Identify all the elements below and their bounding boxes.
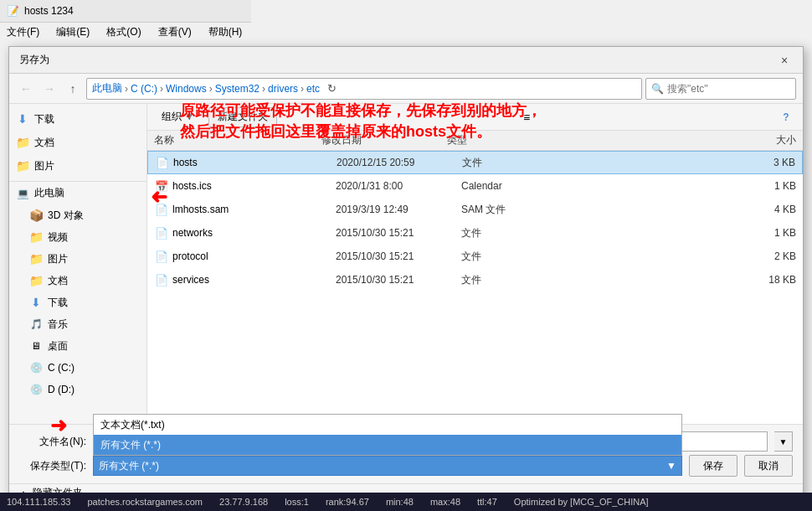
chevron-down-icon: ▼: [666, 460, 676, 472]
file-row-lmhosts[interactable]: 📄 lmhosts.sam 2019/3/19 12:49 SAM 文件 4 K…: [147, 198, 803, 221]
menu-format[interactable]: 格式(O): [103, 23, 144, 41]
view-button[interactable]: ≡: [516, 107, 537, 127]
sidebar-item-download2[interactable]: ⬇ 下载: [9, 292, 146, 313]
folder-icon: 📁: [16, 159, 29, 173]
savetype-dropdown[interactable]: 所有文件 (*.*) ▼ 文本文档(*.txt) 所有文件 (*.*): [93, 456, 682, 476]
column-name[interactable]: 名称: [154, 133, 321, 147]
sidebar-label: 此电脑: [34, 186, 64, 200]
dialog-titlebar: 另存为 ×: [9, 47, 803, 74]
breadcrumb-system32[interactable]: System32: [215, 83, 260, 95]
save-button[interactable]: 保存: [689, 455, 737, 477]
sidebar-item-download1[interactable]: ⬇ 下载: [9, 107, 146, 131]
rank: rank:94.67: [326, 497, 369, 507]
file-row-hosts[interactable]: 📄 hosts 2020/12/15 20:59 文件 3 KB: [147, 151, 803, 174]
breadcrumb-c[interactable]: C (C:): [131, 83, 157, 95]
new-folder-button[interactable]: 新建文件夹: [208, 107, 277, 127]
file-icon: 📄: [154, 225, 169, 240]
refresh-button[interactable]: ↻: [323, 80, 340, 97]
dialog-bottom: 文件名(N): ▼ 保存类型(T): 所有文件 (*.*) ▼ 文本文档(*.t…: [9, 424, 803, 483]
breadcrumb-thispc[interactable]: 此电脑: [92, 81, 122, 95]
menu-file[interactable]: 文件(F): [3, 23, 43, 41]
savetype-option-all[interactable]: 所有文件 (*.*): [94, 435, 681, 455]
file-size: 1 KB: [545, 227, 796, 239]
pc-icon: 💻: [16, 187, 29, 200]
folder-icon: ⬇: [16, 112, 29, 126]
dialog-close-button[interactable]: ×: [776, 52, 793, 69]
file-type: Calendar: [461, 180, 545, 192]
sidebar-item-docs2[interactable]: 📁 文档: [9, 270, 146, 292]
help-button[interactable]: ?: [776, 107, 796, 127]
forward-button[interactable]: →: [39, 79, 59, 99]
file-list-header: 名称 修改日期 类型 大小: [147, 131, 803, 151]
file-size: 3 KB: [546, 157, 795, 168]
sidebar-item-3d[interactable]: 📦 3D 对象: [9, 204, 146, 226]
sidebar-item-thispc[interactable]: 💻 此电脑: [9, 181, 146, 204]
savetype-option-txt[interactable]: 文本文档(*.txt): [94, 415, 681, 435]
drive-icon: 💿: [29, 361, 43, 374]
file-row-networks[interactable]: 📄 networks 2015/10/30 15:21 文件 1 KB: [147, 221, 803, 245]
sidebar-item-music[interactable]: 🎵 音乐: [9, 313, 146, 335]
filename-label: 文件名(N):: [19, 435, 86, 449]
sidebar-item-desktop[interactable]: 🖥 桌面: [9, 335, 146, 357]
file-icon: 📄: [154, 202, 169, 217]
drive-icon: 💿: [29, 383, 43, 396]
bottom-status-bar: 104.111.185.33 patches.rockstargames.com…: [0, 493, 812, 511]
dialog-toolbar: ← → ↑ 此电脑 › C (C:) › Windows › System32 …: [9, 74, 803, 104]
file-name: protocol: [172, 250, 336, 262]
menu-help[interactable]: 帮助(H): [205, 23, 246, 41]
breadcrumb-etc[interactable]: etc: [306, 83, 320, 95]
notepad-menubar: 文件(F) 编辑(E) 格式(O) 查看(V) 帮助(H): [0, 23, 251, 41]
back-button[interactable]: ←: [16, 79, 36, 99]
savetype-selected[interactable]: 所有文件 (*.*) ▼: [93, 456, 682, 476]
loss: loss:1: [285, 497, 309, 507]
sidebar-item-c-drive[interactable]: 💿 C (C:): [9, 357, 146, 379]
file-list: 📄 hosts 2020/12/15 20:59 文件 3 KB 📅 hosts…: [147, 151, 803, 424]
sidebar: ⬇ 下载 📁 文档 📁 图片 💻 此电脑 📦 3D 对象 📁 视频: [9, 104, 147, 424]
sidebar-label: 文档: [48, 274, 68, 288]
menu-view[interactable]: 查看(V): [155, 23, 195, 41]
breadcrumb-drivers[interactable]: drivers: [268, 83, 298, 95]
ip2: 23.77.9.168: [219, 497, 268, 507]
notepad-app-icon: 📝: [7, 5, 19, 17]
file-type: 文件: [461, 226, 545, 240]
organize-bar: 组织 ▼ 新建文件夹 ≡ ?: [147, 104, 803, 131]
breadcrumb-bar: 此电脑 › C (C:) › Windows › System32 › driv…: [86, 78, 642, 100]
file-name: lmhosts.sam: [172, 204, 336, 215]
file-row-services[interactable]: 📄 services 2015/10/30 15:21 文件 18 KB: [147, 268, 803, 292]
sidebar-label: 图片: [34, 159, 54, 173]
sidebar-label: 桌面: [48, 339, 68, 354]
cancel-button[interactable]: 取消: [744, 455, 793, 477]
breadcrumb-windows[interactable]: Windows: [166, 83, 207, 95]
sidebar-item-pics2[interactable]: 📁 图片: [9, 248, 146, 270]
file-date: 2020/1/31 8:00: [336, 180, 461, 192]
up-button[interactable]: ↑: [63, 79, 83, 99]
file-name: services: [172, 274, 336, 286]
notepad-titlebar: 📝 hosts 1234: [0, 0, 251, 23]
file-area: 组织 ▼ 新建文件夹 ≡ ? 名称 修改日期 类型 大小 📄: [147, 104, 803, 424]
file-row-hostsics[interactable]: 📅 hosts.ics 2020/1/31 8:00 Calendar 1 KB: [147, 174, 803, 198]
menu-edit[interactable]: 编辑(E): [53, 23, 93, 41]
file-type: 文件: [461, 273, 545, 287]
file-type: SAM 文件: [461, 203, 545, 217]
file-size: 4 KB: [545, 204, 796, 215]
sidebar-item-docs1[interactable]: 📁 文档: [9, 131, 146, 154]
savetype-options: 文本文档(*.txt) 所有文件 (*.*): [93, 414, 682, 456]
organize-button[interactable]: 组织 ▼: [154, 107, 202, 127]
file-row-protocol[interactable]: 📄 protocol 2015/10/30 15:21 文件 2 KB: [147, 245, 803, 268]
search-input[interactable]: [667, 83, 793, 95]
file-icon: 📄: [154, 249, 169, 264]
file-type: 文件: [462, 156, 546, 170]
sidebar-item-pics1[interactable]: 📁 图片: [9, 154, 146, 178]
file-date: 2015/10/30 15:21: [336, 250, 461, 262]
filename-dropdown-button[interactable]: ▼: [774, 431, 793, 452]
file-icon: 📄: [155, 155, 170, 170]
savetype-label: 保存类型(T):: [19, 459, 86, 473]
notepad-title: hosts 1234: [24, 5, 74, 17]
sidebar-item-video[interactable]: 📁 视频: [9, 226, 146, 248]
dialog-content: ⬇ 下载 📁 文档 📁 图片 💻 此电脑 📦 3D 对象 📁 视频: [9, 104, 803, 424]
folder-icon: 📁: [29, 274, 43, 287]
folder-icon: 📁: [29, 252, 43, 266]
savetype-row: 保存类型(T): 所有文件 (*.*) ▼ 文本文档(*.txt) 所有文件 (…: [19, 455, 793, 477]
sidebar-label: 3D 对象: [48, 209, 84, 223]
sidebar-item-d-drive[interactable]: 💿 D (D:): [9, 379, 146, 400]
